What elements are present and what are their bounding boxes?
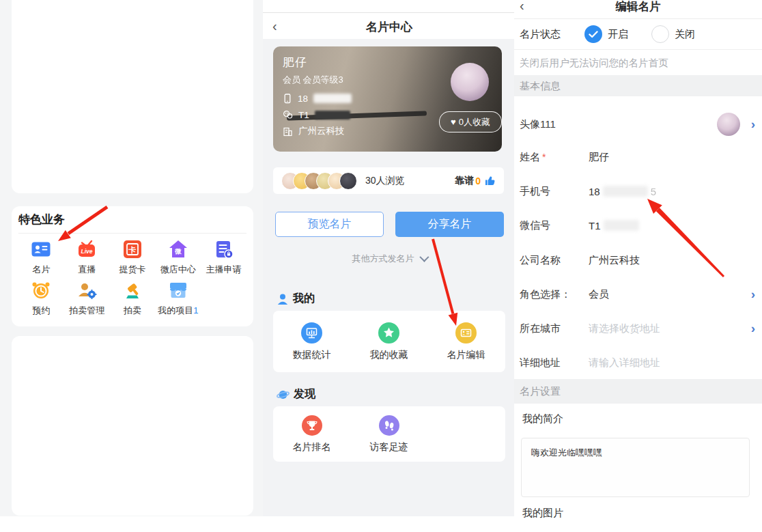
- anchor-apply-icon: [214, 239, 234, 260]
- card-center-header: ‹ 名片中心: [263, 12, 516, 40]
- company-field-label: 公司名称: [520, 254, 589, 267]
- name-field-label: 姓名: [520, 151, 540, 163]
- city-field-placeholder[interactable]: 请选择收货地址: [589, 322, 660, 335]
- role-field-value[interactable]: 会员: [589, 288, 609, 301]
- micro-store-icon: 微: [168, 239, 188, 260]
- pickup-card-icon: 卡: [122, 239, 143, 260]
- chevron-right-icon: ›: [751, 321, 755, 336]
- service-live[interactable]: Live 直播: [64, 239, 110, 276]
- kaopu-count: 0: [475, 176, 481, 186]
- service-business-card[interactable]: 名片: [18, 239, 64, 276]
- profile-wechat-row: T1: [283, 109, 350, 121]
- address-field-label: 详细地址: [520, 356, 589, 369]
- services-row-2: 预约 拍卖管理 拍卖 我的项目1: [18, 280, 201, 317]
- mine-item-stats[interactable]: 数据统计: [273, 311, 350, 372]
- service-pickup-card[interactable]: 卡 提货卡: [110, 239, 156, 276]
- avatar-field-row[interactable]: 头像111 ›: [520, 112, 757, 137]
- pictures-label: 我的图片: [522, 507, 563, 520]
- basic-info-section-header: 基本信息: [514, 75, 762, 96]
- card-center-panel: ‹ 名片中心 肥仔 会员 会员等级3 18 T1 广州云科技 ♥: [263, 0, 516, 516]
- company-field-row[interactable]: 公司名称 广州云科技: [520, 248, 757, 272]
- chevron-down-icon: [419, 253, 429, 262]
- profile-membership: 会员 会员等级3: [283, 74, 343, 86]
- check-icon: [589, 31, 598, 38]
- service-my-project[interactable]: 我的项目1: [155, 280, 201, 317]
- status-note: 关闭后用户无法访问您的名片首页: [520, 53, 668, 72]
- preview-card-button[interactable]: 预览名片: [275, 212, 384, 237]
- phone-redaction-blur: [603, 186, 648, 197]
- favorites-count: 0人收藏: [459, 116, 490, 128]
- page-title: 名片中心: [263, 19, 516, 35]
- discover-item-ranking[interactable]: 名片排名: [273, 406, 350, 462]
- discover-card: 名片排名 访客足迹: [273, 406, 505, 462]
- services-row-1: 名片 Live 直播 卡 提货卡 微 微店中心: [18, 239, 246, 276]
- screenshot-root: { "palette": { "accent_blue": "#2d8cf0",…: [0, 0, 762, 532]
- company-icon: [283, 126, 293, 137]
- favorites-pill[interactable]: ♥ 0人收藏: [439, 111, 502, 132]
- avatar-thumbnail[interactable]: [717, 113, 740, 136]
- profile-company-row: 广州云科技: [283, 125, 345, 137]
- storefront-icon: [168, 280, 188, 300]
- company-field-value[interactable]: 广州云科技: [589, 254, 640, 267]
- divider: [18, 233, 246, 234]
- gavel-icon: [122, 280, 143, 300]
- viewers-count: 30人浏览: [365, 175, 405, 187]
- phone-redaction-blur: [313, 94, 352, 103]
- person-icon: [277, 293, 289, 305]
- wechat-field-row[interactable]: 微信号 T1: [520, 213, 757, 238]
- project-count-badge: 1: [193, 305, 198, 316]
- card-status-label: 名片状态: [520, 18, 561, 49]
- service-auction[interactable]: 拍卖: [110, 280, 156, 317]
- mine-item-card-edit[interactable]: 名片编辑: [427, 311, 505, 372]
- city-field-row[interactable]: 所在城市 请选择收货地址 ›: [520, 316, 757, 341]
- profile-card[interactable]: 肥仔 会员 会员等级3 18 T1 广州云科技 ♥ 0人收藏: [273, 46, 502, 152]
- viewer-avatars: [281, 172, 357, 190]
- radio-off[interactable]: [651, 25, 669, 43]
- name-field-value[interactable]: 肥仔: [589, 151, 609, 164]
- service-auction-manage[interactable]: 拍卖管理: [64, 280, 110, 317]
- left-top-card: [12, 0, 253, 193]
- service-anchor-apply[interactable]: 主播申请: [201, 239, 246, 276]
- phone-field-row[interactable]: 手机号 185: [520, 179, 757, 204]
- wechat-icon: [283, 110, 293, 120]
- role-field-row[interactable]: 角色选择： 会员 ›: [520, 282, 757, 307]
- card-status-row: 名片状态 开启 关闭: [514, 18, 762, 50]
- service-micro-store[interactable]: 微 微店中心: [155, 239, 201, 276]
- alarm-clock-icon: [31, 280, 51, 300]
- profile-company: 广州云科技: [298, 125, 345, 137]
- intro-textarea[interactable]: 嗨欢迎光临嘿嘿嘿: [521, 438, 750, 497]
- avatar-field-label: 头像111: [520, 118, 589, 131]
- card-center-body: 肥仔 会员 会员等级3 18 T1 广州云科技 ♥ 0人收藏: [263, 39, 516, 516]
- mine-item-favorites[interactable]: 我的收藏: [350, 311, 427, 372]
- mine-section-header: 我的: [277, 292, 315, 306]
- left-panel: 特色业务 名片 Live 直播 卡 提货卡: [0, 0, 263, 516]
- phone-icon: [283, 94, 292, 104]
- star-icon: [378, 322, 399, 344]
- radio-on[interactable]: [584, 25, 602, 43]
- radio-on-label[interactable]: 开启: [608, 18, 628, 49]
- address-field-row[interactable]: 详细地址 请输入详细地址: [520, 350, 757, 375]
- address-field-placeholder[interactable]: 请输入详细地址: [589, 356, 660, 369]
- svg-text:Live: Live: [81, 248, 93, 255]
- share-card-button[interactable]: 分享名片: [395, 212, 504, 237]
- viewers-card[interactable]: 30人浏览 靠谱0: [273, 167, 504, 194]
- trophy-icon: [302, 415, 322, 436]
- mine-card: 数据统计 我的收藏 名片编辑: [273, 311, 505, 372]
- discover-item-footprints[interactable]: 访客足迹: [350, 406, 427, 462]
- other-ways-toggle[interactable]: 其他方式发名片: [263, 253, 516, 265]
- svg-text:卡: 卡: [128, 246, 136, 254]
- radio-off-label[interactable]: 关闭: [675, 18, 695, 49]
- profile-wechat-visible: T1: [298, 110, 309, 120]
- profile-avatar[interactable]: [451, 63, 489, 101]
- discover-section-header: 发现: [277, 387, 315, 402]
- kaopu-rating[interactable]: 靠谱0: [455, 175, 496, 187]
- wechat-redaction-blur: [315, 111, 350, 120]
- thumbs-up-icon: [484, 175, 496, 186]
- profile-phone-row: 18: [283, 92, 352, 104]
- featured-services-card: 特色业务 名片 Live 直播 卡 提货卡: [12, 206, 253, 326]
- name-field-row[interactable]: 姓名* 肥仔: [520, 145, 757, 169]
- viewer-avatar: [339, 172, 357, 190]
- service-appointment[interactable]: 预约: [18, 280, 64, 317]
- planet-icon: [277, 389, 290, 401]
- profile-phone-visible: 18: [298, 94, 308, 104]
